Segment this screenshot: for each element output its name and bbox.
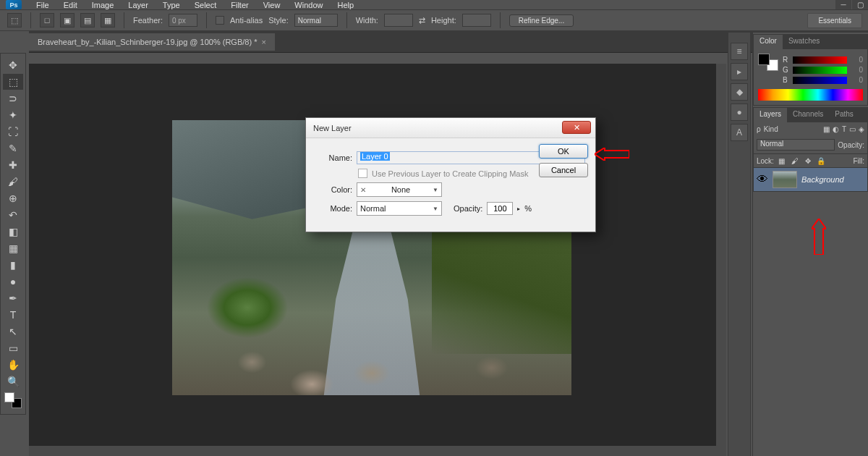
opacity-label: Opacity: (838, 141, 864, 149)
lasso-tool-icon[interactable]: ⊃ (3, 90, 23, 106)
filter-shape-icon[interactable]: ▭ (849, 125, 856, 133)
dodge-tool-icon[interactable]: ● (3, 274, 23, 290)
layer-row-background[interactable]: 👁 Background (754, 168, 867, 191)
lock-transparent-icon[interactable]: ▦ (777, 156, 787, 166)
maximize-button[interactable]: ▢ (852, 0, 868, 9)
swap-icon: ⇄ (419, 16, 425, 25)
new-selection-icon[interactable]: □ (40, 13, 54, 28)
hand-tool-icon[interactable]: ✋ (3, 357, 23, 373)
subtract-selection-icon[interactable]: ▤ (80, 13, 95, 28)
app-logo: Ps (6, 0, 22, 9)
properties-panel-icon[interactable]: ◆ (731, 83, 748, 101)
heal-tool-icon[interactable]: ✚ (3, 157, 23, 173)
type-tool-icon[interactable]: T (3, 307, 23, 323)
wand-tool-icon[interactable]: ✦ (3, 107, 23, 123)
shape-tool-icon[interactable]: ▭ (3, 340, 23, 356)
brush-panel-icon[interactable]: ● (731, 104, 748, 121)
marquee-tool-icon[interactable]: ⬚ (3, 74, 23, 90)
move-tool-icon[interactable]: ✥ (3, 57, 23, 73)
menu-file[interactable]: File (29, 1, 56, 9)
antialias-checkbox[interactable] (216, 16, 224, 25)
filter-type-icon[interactable]: T (842, 125, 846, 133)
color-select[interactable]: None▼ (357, 182, 442, 197)
tab-paths[interactable]: Paths (829, 108, 859, 122)
crop-tool-icon[interactable]: ⛶ (3, 124, 23, 140)
menu-window[interactable]: Window (287, 1, 330, 9)
gradient-tool-icon[interactable]: ▦ (3, 240, 23, 256)
tab-title: Braveheart_by_-Kilian_Schinberger-19.jpg… (38, 38, 257, 46)
close-icon[interactable]: × (261, 38, 265, 46)
layer-thumbnail[interactable] (773, 171, 797, 188)
spectrum-picker[interactable] (758, 89, 863, 101)
menu-type[interactable]: Type (156, 1, 187, 9)
eraser-tool-icon[interactable]: ◧ (3, 224, 23, 240)
cancel-button[interactable]: Cancel (539, 163, 588, 177)
menu-help[interactable]: Help (330, 1, 361, 9)
menu-view[interactable]: View (256, 1, 288, 9)
r-slider[interactable] (793, 56, 847, 64)
menu-layer[interactable]: Layer (121, 1, 156, 9)
kind-text: Kind (764, 125, 778, 133)
tool-preset-icon[interactable]: ⬚ (7, 13, 22, 28)
annotation-arrow-layer (812, 219, 826, 258)
menu-edit[interactable]: Edit (56, 1, 85, 9)
opacity-arrow-icon[interactable]: ▸ (517, 206, 520, 212)
style-select[interactable]: Normal (294, 14, 338, 27)
filter-pixel-icon[interactable]: ▦ (823, 125, 830, 133)
mode-select[interactable]: Normal▼ (357, 201, 442, 216)
height-input (462, 14, 491, 27)
zoom-tool-icon[interactable]: 🔍 (3, 373, 23, 389)
dialog-close-button[interactable]: ✕ (562, 121, 591, 134)
document-tab[interactable]: Braveheart_by_-Kilian_Schinberger-19.jpg… (29, 33, 275, 51)
color-swatch[interactable] (4, 392, 22, 408)
workspace-switcher[interactable]: Essentials (807, 13, 862, 28)
path-tool-icon[interactable]: ↖ (3, 324, 23, 339)
brush-tool-icon[interactable]: 🖌 (3, 174, 23, 190)
stamp-tool-icon[interactable]: ⊕ (3, 190, 23, 206)
color-label: Color: (316, 185, 352, 194)
width-label: Width: (356, 16, 378, 25)
lock-position-icon[interactable]: ✥ (803, 156, 813, 166)
g-slider[interactable] (793, 67, 847, 74)
menu-select[interactable]: Select (187, 1, 224, 9)
visibility-icon[interactable]: 👁 (757, 173, 768, 186)
history-panel-icon[interactable]: ≡ (731, 43, 748, 60)
layers-panel: Layers Channels Paths ρ Kind ▦ ◐ T ▭ ◈ N… (753, 107, 868, 192)
menu-filter[interactable]: Filter (224, 1, 255, 9)
filter-smart-icon[interactable]: ◈ (859, 125, 864, 133)
tab-color[interactable]: Color (754, 35, 783, 49)
info-panel-icon[interactable]: A (731, 124, 748, 141)
dialog-titlebar[interactable]: New Layer ✕ (306, 118, 595, 138)
intersect-selection-icon[interactable]: ▦ (101, 13, 115, 28)
lock-label: Lock: (757, 157, 774, 165)
tab-swatches[interactable]: Swatches (783, 35, 825, 49)
menu-bar: Ps File Edit Image Layer Type Select Fil… (0, 0, 868, 9)
eyedropper-tool-icon[interactable]: ✎ (3, 140, 23, 156)
horizontal-scrollbar[interactable] (29, 446, 726, 456)
blend-mode-select[interactable]: Normal (757, 139, 835, 151)
tab-layers[interactable]: Layers (754, 108, 787, 122)
tab-channels[interactable]: Channels (787, 108, 829, 122)
vertical-scrollbar[interactable] (716, 64, 726, 446)
lock-pixels-icon[interactable]: 🖌 (790, 156, 800, 166)
actions-panel-icon[interactable]: ▸ (731, 63, 748, 80)
feather-label: Feather: (133, 16, 163, 25)
opacity-input[interactable] (487, 202, 513, 215)
refine-edge-button[interactable]: Refine Edge... (509, 14, 574, 27)
ok-button[interactable]: OK (539, 144, 588, 159)
b-slider[interactable] (793, 77, 847, 84)
blur-tool-icon[interactable]: ▮ (3, 257, 23, 273)
menu-image[interactable]: Image (85, 1, 122, 9)
r-label: R (783, 56, 790, 64)
color-indicator[interactable] (758, 54, 778, 71)
feather-input[interactable] (169, 14, 197, 27)
history-brush-icon[interactable]: ↶ (3, 207, 23, 223)
minimize-button[interactable]: ─ (835, 0, 851, 9)
width-input (384, 14, 413, 27)
add-selection-icon[interactable]: ▣ (60, 13, 75, 28)
pen-tool-icon[interactable]: ✒ (3, 290, 23, 306)
filter-adjust-icon[interactable]: ◐ (833, 125, 839, 133)
lock-all-icon[interactable]: 🔒 (816, 156, 826, 166)
fg-color-icon[interactable] (4, 392, 14, 402)
g-value: 0 (850, 66, 863, 74)
